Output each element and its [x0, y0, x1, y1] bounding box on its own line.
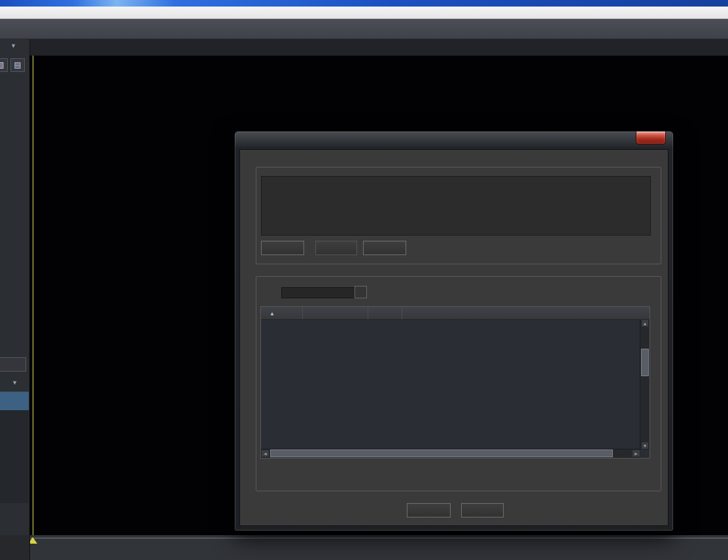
- add-folder-button[interactable]: [261, 241, 304, 255]
- scroll-down-icon[interactable]: ▼: [641, 442, 649, 449]
- plugin-table: ▲ ▲ ▼ ◄ ►: [260, 306, 650, 459]
- document-tab-bar: [29, 39, 728, 56]
- window-titlebar-edge: [0, 0, 728, 7]
- app-window: ▼ ▧ ▤ ▼: [0, 0, 728, 560]
- ruler-corner: [0, 535, 30, 560]
- ruler-line: [29, 538, 728, 538]
- chevron-down-icon[interactable]: ▼: [10, 43, 16, 49]
- toolbar: [0, 19, 728, 39]
- column-header-path[interactable]: [402, 307, 650, 319]
- clear-filter-button[interactable]: [355, 286, 367, 298]
- vst-plugins-manager-dialog: ▲ ▲ ▼ ◄ ►: [234, 131, 674, 531]
- column-header-type[interactable]: [368, 307, 402, 319]
- horizontal-scrollbar[interactable]: ◄ ►: [261, 449, 640, 458]
- vertical-scroll-thumb[interactable]: [641, 349, 649, 376]
- filter-input[interactable]: [281, 287, 356, 298]
- dialog-body: ▲ ▲ ▼ ◄ ►: [239, 149, 668, 526]
- playhead-cursor[interactable]: [33, 56, 33, 535]
- table-header: ▲: [261, 307, 650, 320]
- cancel-button[interactable]: [461, 503, 504, 517]
- sort-ascending-icon: ▲: [269, 311, 275, 317]
- close-button[interactable]: [636, 131, 666, 145]
- default-folders-button[interactable]: [363, 241, 406, 255]
- sidebar-tool-icon[interactable]: ▧: [0, 58, 8, 72]
- sidebar-list: [0, 391, 29, 503]
- remove-folder-button[interactable]: [315, 241, 357, 255]
- scroll-up-icon[interactable]: ▲: [641, 319, 649, 327]
- menu-bar: [0, 7, 728, 19]
- vst-plugins-group: ▲ ▲ ▼ ◄ ►: [256, 276, 661, 491]
- scroll-right-icon[interactable]: ►: [632, 449, 640, 457]
- ok-button[interactable]: [407, 503, 451, 517]
- column-header-name[interactable]: [303, 307, 368, 319]
- list-view-icon[interactable]: ▤: [10, 58, 25, 72]
- plugin-folders-list[interactable]: [261, 176, 651, 236]
- column-header-enabled[interactable]: ▲: [261, 307, 303, 319]
- selected-list-item[interactable]: [0, 392, 29, 410]
- timeline-ruler[interactable]: [29, 535, 728, 560]
- scroll-left-icon[interactable]: ◄: [261, 449, 269, 457]
- vst-folders-group: [256, 167, 661, 264]
- plugin-table-body: [261, 319, 640, 450]
- left-sidebar: ▼ ▧ ▤ ▼: [0, 39, 30, 560]
- vertical-scrollbar[interactable]: ▲ ▼: [640, 319, 650, 450]
- horizontal-scroll-thumb[interactable]: [270, 449, 613, 457]
- chevron-down-icon[interactable]: ▼: [12, 379, 18, 386]
- apply-button[interactable]: [0, 357, 26, 372]
